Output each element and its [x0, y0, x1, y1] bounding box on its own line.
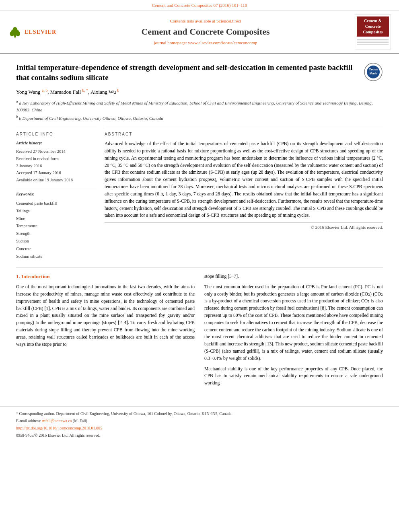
affiliation-b-sup: b: [16, 115, 18, 119]
journal-homepage-line: journal homepage: www.elsevier.com/locat…: [60, 40, 351, 46]
author-aixiang-wu: Aixiang Wu: [90, 89, 116, 95]
article-content: Initial temperature-dependence of streng…: [0, 54, 399, 398]
abstract-col: ABSTRACT Advanced knowledge of the effec…: [105, 128, 383, 261]
crossmark-icon: Cross Mark: [364, 62, 383, 82]
homepage-url: www.elsevier.com/locate/cemconcomp: [188, 40, 257, 45]
sciencedirect-name: ScienceDirect: [216, 18, 241, 23]
intro-right-p1: stope filling [5–7].: [204, 273, 383, 280]
journal-logo-decoration: [357, 38, 389, 46]
issn-line: 0958-9465/© 2016 Elsevier Ltd. All right…: [16, 433, 383, 438]
received-revised-label: Received in revised form: [16, 156, 59, 161]
affiliation-b-text: b Department of Civil Engineering, Unive…: [19, 116, 163, 121]
svg-point-6: [15, 30, 19, 35]
svg-text:Cross: Cross: [369, 68, 378, 71]
affiliation-b: b b Department of Civil Engineering, Uni…: [16, 114, 383, 121]
intro-right-p2: The most common binder used in the prepa…: [204, 283, 383, 362]
journal-header: ELSEVIER Contents lists available at Sci…: [0, 10, 399, 54]
sciencedirect-prefix: Contents lists available at: [170, 18, 216, 23]
received-date: Received 27 November 2014: [16, 149, 66, 154]
authors-line: Yong Wang a, b, Mamadou Fall b, *, Aixia…: [16, 88, 383, 96]
abstract-heading: ABSTRACT: [105, 131, 383, 137]
doi-link[interactable]: http://dx.doi.org/10.1016/j.cemconcomp.2…: [16, 425, 383, 431]
available-online: Available online 19 January 2016: [16, 178, 73, 182]
copyright-notice: © 2016 Elsevier Ltd. All rights reserved…: [105, 222, 383, 230]
keyword-7: Concrete: [16, 246, 31, 251]
history-entries: Received 27 November 2014 Received in re…: [16, 148, 97, 184]
author-wu-sup: b: [117, 88, 119, 92]
keyword-4: Temperature: [16, 224, 37, 228]
journal-citation-text: Cement and Concrete Composites 67 (2016)…: [152, 3, 247, 8]
abstract-text: Advanced knowledge of the effect of the …: [105, 140, 383, 219]
affiliation-a: a a Key Laboratory of High-Efficient Min…: [16, 99, 383, 113]
keyword-3: Mine: [16, 216, 25, 221]
section-number: 1.: [16, 273, 20, 279]
keyword-5: Strength: [16, 231, 31, 236]
keyword-1: Cemented paste backfill: [16, 201, 57, 205]
body-right-col: stope filling [5–7]. The most common bin…: [204, 273, 383, 390]
email-label: E-mail address:: [16, 419, 41, 423]
introduction-body: 1. Introduction One of the most importan…: [16, 273, 383, 390]
svg-point-5: [11, 30, 15, 35]
sciencedirect-link: Contents lists available at ScienceDirec…: [60, 18, 351, 24]
intro-right-p3: Mechanical stability is one of the key p…: [204, 366, 383, 387]
keywords-list: Cemented paste backfill Tailings Mine Te…: [16, 200, 97, 261]
elsevier-logo: ELSEVIER: [8, 24, 56, 40]
section-1-heading: 1. Introduction: [16, 273, 195, 280]
intro-left-paragraph: One of the most important technological …: [16, 283, 195, 348]
section-divider: [16, 267, 383, 267]
author-mamadou-fall: Mamadou Fall: [50, 89, 81, 95]
keyword-6: Suction: [16, 239, 29, 243]
journal-citation-bar: Cement and Concrete Composites 67 (2016)…: [0, 0, 399, 10]
section-title: Introduction: [21, 273, 50, 279]
article-info-heading: ARTICLE INFO: [16, 131, 97, 137]
keyword-2: Tailings: [16, 209, 30, 213]
email-address: mfall@uottawa.ca: [42, 419, 72, 423]
article-title-text: Initial temperature-dependence of streng…: [16, 62, 364, 83]
keywords-section: Keywords: Cemented paste backfill Tailin…: [16, 188, 97, 261]
page-footer: * Corresponding author. Department of Ci…: [0, 406, 399, 442]
introduction-section: 1. Introduction One of the most importan…: [16, 273, 383, 390]
svg-text:Mark: Mark: [370, 72, 377, 75]
article-info-abstract-row: ARTICLE INFO Article history: Received 2…: [16, 128, 383, 261]
elsevier-logo-container: ELSEVIER: [8, 24, 56, 40]
email-note: (M. Fall).: [73, 419, 88, 423]
accepted-date: Accepted 17 January 2016: [16, 170, 61, 175]
email-line: E-mail address: mfall@uottawa.ca (M. Fal…: [16, 418, 383, 424]
journal-center-header: Contents lists available at ScienceDirec…: [60, 18, 351, 46]
keywords-label: Keywords:: [16, 191, 97, 197]
keyword-8: Sodium silicate: [16, 254, 42, 259]
journal-logo-box: Cement &ConcreteComposites: [357, 16, 389, 37]
article-info-box: ARTICLE INFO Article history: Received 2…: [16, 128, 97, 261]
journal-logo-subtitle: [357, 38, 389, 47]
journal-main-title: Cement and Concrete Composites: [60, 26, 351, 38]
article-info-col: ARTICLE INFO Article history: Received 2…: [16, 128, 97, 261]
crossmark-badge: Cross Mark: [364, 62, 383, 82]
affiliation-a-text: a Key Laboratory of High-Efficient Minin…: [16, 101, 373, 112]
abstract-section: ABSTRACT Advanced knowledge of the effec…: [105, 128, 383, 230]
elsevier-brand-name: ELSEVIER: [25, 28, 56, 36]
revised-date: 2 January 2016: [16, 164, 42, 168]
author-yong-wang: Yong Wang: [16, 89, 41, 95]
author-fall-sup: b, *: [82, 88, 88, 92]
article-history-label: Article history:: [16, 140, 97, 146]
homepage-prefix: journal homepage:: [154, 40, 188, 45]
corresponding-author-note: * Corresponding author. Department of Ci…: [16, 411, 383, 417]
body-left-col: 1. Introduction One of the most importan…: [16, 273, 195, 390]
author-wang-sup: a, b: [42, 88, 47, 92]
article-title-row: Initial temperature-dependence of streng…: [16, 62, 383, 83]
affiliations: a a Key Laboratory of High-Efficient Min…: [16, 99, 383, 121]
journal-logo-right: Cement &ConcreteComposites: [355, 14, 391, 49]
corresponding-author-text: * Corresponding author. Department of Ci…: [16, 411, 232, 416]
elsevier-tree-icon: [8, 24, 22, 40]
affiliation-a-sup: a: [16, 99, 18, 103]
